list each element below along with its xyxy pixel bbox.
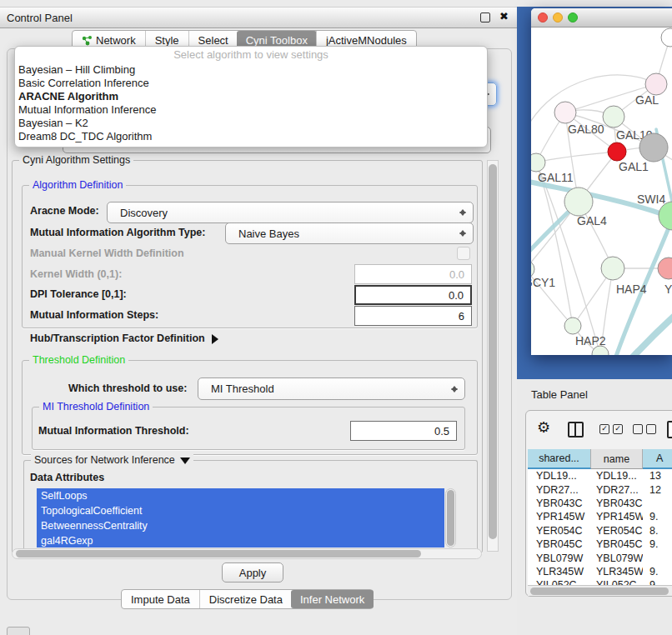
network-node-gal1[interactable] — [608, 142, 626, 161]
table-row[interactable]: YER054CYER054C8. — [528, 524, 672, 538]
sources-toggle[interactable]: Sources for Network Inference — [31, 454, 193, 466]
algorithm-option[interactable]: Bayesian – Hill Climbing — [15, 63, 487, 77]
table-horizontal-scrollbar[interactable] — [528, 585, 672, 596]
network-node-gal11[interactable] — [531, 153, 545, 172]
tab-label: Discretize Data — [209, 593, 283, 606]
network-icon — [82, 35, 93, 46]
close-icon[interactable]: ✖ — [499, 10, 509, 22]
apply-label: Apply — [239, 567, 267, 579]
settings-vertical-scrollbar[interactable] — [487, 160, 499, 552]
minimize-traffic-light[interactable] — [553, 12, 563, 22]
table-row[interactable]: YBL079WYBL079W — [528, 551, 672, 564]
scrollbar-thumb[interactable] — [447, 490, 454, 546]
mi-threshold-label: Mutual Information Threshold: — [38, 425, 189, 437]
attributes-scrollbar[interactable] — [445, 488, 456, 548]
tab-impute-data[interactable]: Impute Data — [122, 590, 199, 608]
apply-button[interactable]: Apply — [222, 562, 283, 582]
float-window-icon[interactable] — [480, 12, 490, 22]
attribute-item[interactable]: gal4RGexp — [37, 533, 444, 548]
table-cell: 12 — [643, 484, 672, 496]
table-row[interactable]: YIL052CYIL052C9 — [528, 578, 672, 585]
column-header-partial[interactable]: A — [643, 449, 672, 469]
data-attributes-list: SelfLoopsTopologicalCoefficientBetweenne… — [37, 488, 444, 548]
gear-icon[interactable]: ⚙ — [537, 418, 550, 437]
scrollbar-thumb[interactable] — [489, 164, 497, 539]
table-row[interactable]: YDR27...YDR27...12 — [528, 482, 672, 496]
mi-type-combo[interactable]: Naive Bayes — [225, 222, 474, 244]
algorithm-option[interactable]: Basic Correlation Inference — [15, 77, 487, 90]
network-edge — [536, 152, 617, 162]
dpi-tolerance-label: DPI Tolerance [0,1]: — [30, 288, 127, 300]
mi-threshold-value: 0.5 — [434, 425, 449, 438]
split-columns-icon[interactable] — [568, 422, 584, 438]
network-node-gal4[interactable] — [564, 188, 593, 216]
table-row[interactable]: YLR345WYLR345W9. — [528, 565, 672, 578]
tab-infer-network[interactable]: Infer Network — [291, 590, 374, 608]
algorithm-option[interactable]: ARACNE Algorithm — [15, 90, 487, 103]
expand-right-icon — [212, 334, 218, 344]
table-row[interactable]: YBR045CYBR045C9. — [528, 538, 672, 551]
network-node-gal10[interactable] — [603, 106, 624, 128]
network-node-top-partial[interactable] — [661, 28, 672, 47]
mi-threshold-field[interactable]: 0.5 — [350, 421, 457, 441]
mi-type-value: Naive Bayes — [226, 228, 299, 240]
network-node-swi4[interactable] — [659, 202, 672, 230]
which-threshold-combo[interactable]: MI Threshold — [198, 378, 465, 400]
table-cell: YBL079W — [528, 552, 591, 564]
sources-title: Sources for Network Inference — [34, 454, 175, 466]
network-node-label: GAL80 — [568, 122, 604, 136]
network-window-titlebar[interactable] — [531, 8, 672, 28]
table-row[interactable]: YBR043CYBR043C — [528, 497, 672, 510]
table-cell: YBL079W — [591, 552, 643, 564]
scrollbar-thumb[interactable] — [16, 550, 421, 558]
zoom-traffic-light[interactable] — [568, 12, 578, 22]
table-cell: YDR27... — [528, 484, 591, 496]
kernel-width-value: 0.0 — [449, 268, 464, 281]
tab-label: Style — [155, 34, 179, 47]
attribute-item[interactable]: TopologicalCoefficient — [37, 503, 444, 518]
network-node-label: GAL1 — [619, 160, 649, 173]
tab-label: jActiveMNodules — [326, 34, 407, 47]
table-cell: YIL052C — [591, 579, 643, 585]
deselect-all-columns-icon[interactable] — [633, 424, 656, 434]
network-node-y-partial[interactable] — [658, 258, 672, 279]
aracne-mode-value: Discovery — [108, 207, 168, 219]
combo-spinner-icon — [459, 206, 467, 219]
dpi-tolerance-field[interactable]: 0.0 — [354, 285, 472, 305]
aracne-mode-combo[interactable]: Discovery — [107, 202, 474, 223]
attribute-item[interactable]: SelfLoops — [37, 488, 444, 503]
close-traffic-light[interactable] — [538, 12, 548, 22]
network-node-hap2[interactable] — [564, 318, 581, 334]
table-cell: 9. — [643, 566, 672, 578]
network-node-gal80[interactable] — [554, 102, 576, 123]
algorithm-option[interactable]: Mutual Information Inference — [15, 103, 487, 117]
new-table-icon[interactable] — [667, 421, 672, 438]
tab-discretize-data[interactable]: Discretize Data — [199, 590, 292, 608]
table-window: ⚙ ✓ ✓ shared... name A YDL19...YDL19...1… — [525, 410, 672, 597]
collapsed-panel-button[interactable] — [7, 627, 30, 635]
select-all-columns-icon[interactable]: ✓ ✓ — [599, 424, 623, 434]
dpi-tolerance-value: 0.0 — [449, 289, 464, 302]
table-cell: YBR043C — [591, 498, 643, 509]
settings-horizontal-scrollbar[interactable] — [12, 548, 482, 559]
network-node-gal-partial[interactable] — [645, 73, 667, 95]
scrollbar-thumb[interactable] — [530, 588, 669, 595]
table-row[interactable]: YPR145WYPR145W9. — [528, 510, 672, 523]
kernel-width-field[interactable]: 0.0 — [354, 264, 472, 284]
algorithm-option[interactable]: Dream8 DC_TDC Algorithm — [15, 130, 487, 143]
mi-steps-field[interactable]: 6 — [354, 306, 472, 326]
network-node-gray-node[interactable] — [639, 133, 668, 162]
table-row[interactable]: YDL19...YDL19...13 — [528, 469, 672, 482]
network-canvas[interactable]: GALGAL80GAL10GAL1GAL11SWI4GAL4GCY1HAP4YH… — [531, 28, 672, 355]
unchecked-box-icon — [646, 424, 656, 434]
table-cell: YDL19... — [528, 470, 591, 482]
manual-kernel-checkbox[interactable] — [457, 247, 470, 260]
hub-definition-toggle[interactable]: Hub/Transcription Factor Definition — [30, 332, 218, 344]
which-threshold-label: Which threshold to use: — [68, 382, 187, 394]
algorithm-option[interactable]: Bayesian – K2 — [15, 117, 487, 130]
column-header-name[interactable]: name — [591, 449, 643, 469]
column-header-shared-name[interactable]: shared... — [528, 449, 591, 469]
attribute-item[interactable]: BetweennessCentrality — [37, 518, 444, 533]
table-cell: YBR045C — [528, 538, 591, 550]
network-node-hap4[interactable] — [601, 257, 624, 280]
